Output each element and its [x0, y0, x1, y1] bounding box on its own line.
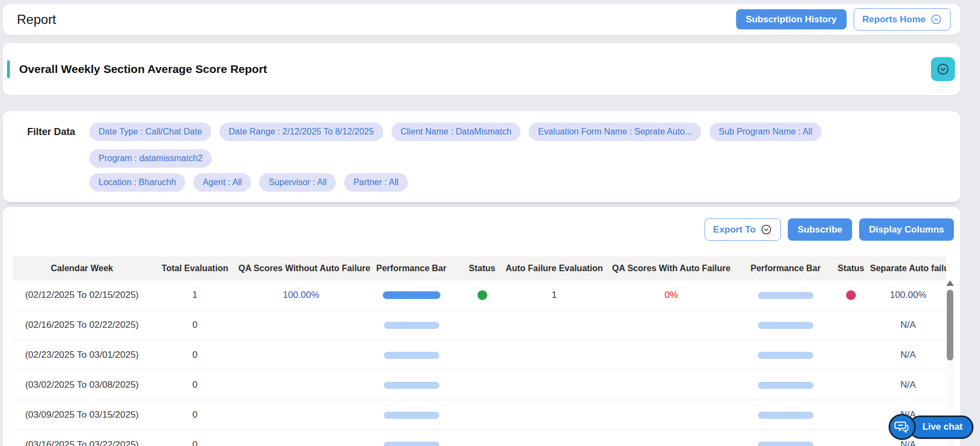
filter-chip: Program : datamissmatch2 [89, 149, 212, 168]
table-row: (02/16/2025 To 02/22/2025) 0 N/A [13, 310, 946, 340]
live-chat-label: Live chat [909, 416, 973, 439]
performance-bar [383, 291, 440, 299]
column-header: Performance Bar [739, 264, 832, 273]
column-header: Calendar Week [13, 264, 151, 273]
column-header: Auto Failure Evaluation [505, 264, 603, 273]
total-evaluation-cell: 0 [151, 410, 238, 420]
calendar-week-cell: (03/16/2025 To 03/22/2025) [13, 439, 151, 446]
calendar-week-cell: (02/23/2025 To 03/01/2025) [13, 350, 151, 361]
performance-bar-cell [364, 442, 459, 446]
page-title: Report [17, 12, 56, 27]
subscribe-button[interactable]: Subscribe [788, 218, 852, 241]
column-header: QA Scores Without Auto Failure [238, 264, 364, 273]
performance-bar [758, 412, 813, 419]
performance-bar [758, 382, 813, 389]
table-row: (02/23/2025 To 03/01/2025) 0 N/A [13, 340, 946, 370]
calendar-week-cell: (02/16/2025 To 02/22/2025) [13, 320, 151, 331]
reports-home-button[interactable]: Reports Home [854, 8, 951, 30]
table-row: (02/12/2025 To 02/15/2025) 1 100.00% 1 0… [13, 280, 946, 310]
page-header: Report Subscription History Reports Home [3, 4, 960, 35]
column-header: Total Evaluation [151, 264, 238, 273]
performance-bar [758, 322, 813, 329]
performance-bar-cell [739, 292, 832, 299]
reports-home-label: Reports Home [862, 15, 926, 24]
filter-data-label: Filter Data [27, 123, 75, 138]
subscription-history-label: Subscription History [746, 15, 837, 24]
performance-bar [384, 322, 439, 329]
total-evaluation-cell: 1 [151, 290, 238, 301]
chevron-down-circle-icon [761, 224, 772, 235]
column-header: Performance Bar [364, 264, 459, 273]
performance-bar-cell [739, 382, 832, 389]
chevron-down-circle-icon [936, 63, 950, 76]
calendar-week-cell: (02/12/2025 To 02/15/2025) [13, 290, 151, 301]
teal-accent-bar [7, 60, 10, 78]
separate-auto-failure-cell: N/A [870, 350, 946, 361]
filter-chip: Agent : All [193, 173, 251, 192]
live-chat-button[interactable]: Live chat [889, 414, 973, 440]
chevron-down-circle-icon [930, 14, 942, 25]
performance-bar-cell [739, 442, 832, 446]
filter-chip: Date Type : Call/Chat Date [89, 123, 211, 141]
filter-chip: Partner : All [344, 173, 408, 192]
chat-bubble-icon [889, 414, 916, 440]
status-cell [832, 290, 870, 300]
display-columns-label: Display Columns [869, 225, 944, 234]
column-header: Separate Auto failurer [870, 264, 946, 273]
report-table-panel: Export To Subscribe Display Columns Cale… [3, 207, 960, 446]
scroll-up-arrow[interactable] [946, 280, 954, 286]
table-actions: Export To Subscribe Display Columns [3, 207, 960, 241]
separate-auto-failure-cell: N/A [870, 380, 946, 390]
filter-chip-row-2: Location : BharuchhAgent : AllSupervisor… [89, 173, 947, 192]
performance-bar-cell [739, 412, 832, 419]
performance-bar-cell [739, 322, 832, 329]
performance-bar [384, 352, 439, 359]
filter-chip: Client Name : DataMismatch [391, 123, 521, 141]
status-dot [846, 290, 856, 300]
qa-score-with-auto-failure-cell: 0% [603, 290, 739, 301]
qa-score-without-auto-failure-cell: 100.00% [238, 290, 364, 301]
performance-bar [758, 292, 813, 299]
separate-auto-failure-cell: N/A [870, 320, 946, 331]
total-evaluation-cell: 0 [151, 439, 238, 446]
separate-auto-failure-cell: N/A [870, 439, 946, 446]
total-evaluation-cell: 0 [151, 380, 238, 390]
column-header: QA Scores With Auto Failure [603, 264, 739, 273]
performance-bar-cell [364, 291, 459, 299]
subscribe-label: Subscribe [798, 225, 842, 234]
filter-chips: Date Type : Call/Chat DateDate Range : 2… [89, 123, 947, 192]
report-table: Calendar WeekTotal EvaluationQA Scores W… [13, 256, 946, 446]
status-dot [477, 290, 487, 300]
performance-bar [384, 412, 439, 419]
export-to-button[interactable]: Export To [705, 218, 781, 241]
table-row: (03/09/2025 To 03/15/2025) 0 N/A [13, 400, 946, 430]
performance-bar-cell [364, 412, 459, 419]
table-body: (02/12/2025 To 02/15/2025) 1 100.00% 1 0… [13, 280, 946, 446]
filter-chip: Supervisor : All [259, 173, 336, 192]
filter-chip-row-1: Date Type : Call/Chat DateDate Range : 2… [89, 123, 947, 168]
table-header-row: Calendar WeekTotal EvaluationQA Scores W… [13, 256, 946, 280]
report-title: Overall Weekly Section Average Score Rep… [19, 63, 267, 76]
scrollbar-thumb[interactable] [947, 290, 953, 361]
performance-bar [758, 442, 813, 446]
filter-chip: Sub Program Name : All [709, 123, 822, 141]
filter-panel: Filter Data Date Type : Call/Chat DateDa… [3, 111, 960, 202]
performance-bar-cell [739, 352, 832, 359]
performance-bar [384, 442, 439, 446]
subscription-history-button[interactable]: Subscription History [736, 9, 847, 29]
column-header: Status [832, 264, 870, 273]
display-columns-button[interactable]: Display Columns [859, 218, 954, 241]
report-section-header: Overall Weekly Section Average Score Rep… [3, 43, 960, 95]
total-evaluation-cell: 0 [151, 350, 238, 361]
performance-bar-cell [364, 382, 459, 389]
filter-chip: Date Range : 2/12/2025 To 8/12/2025 [219, 123, 383, 141]
filter-chip: Location : Bharuchh [89, 173, 185, 192]
performance-bar [384, 382, 439, 389]
header-actions: Subscription History Reports Home [736, 8, 951, 30]
collapse-section-button[interactable] [931, 57, 955, 81]
auto-failure-evaluation-cell: 1 [505, 290, 603, 301]
calendar-week-cell: (03/02/2025 To 03/08/2025) [13, 380, 151, 390]
total-evaluation-cell: 0 [151, 320, 238, 331]
separate-auto-failure-cell: 100.00% [870, 290, 946, 301]
export-to-label: Export To [713, 225, 756, 234]
